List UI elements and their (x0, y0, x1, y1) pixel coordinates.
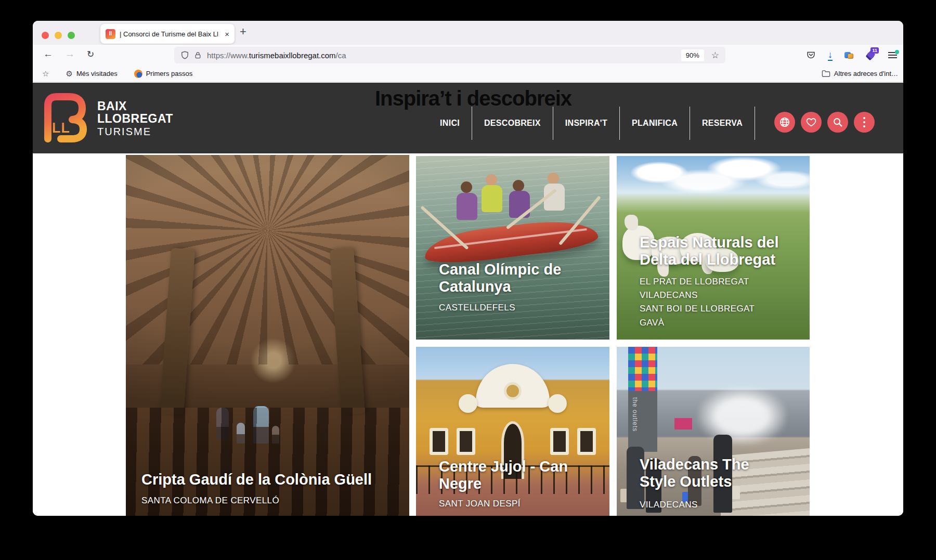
bookmark-star-icon[interactable]: ☆ (711, 50, 719, 61)
extension-purple-icon[interactable]: 11 (866, 50, 876, 60)
favorites-button[interactable] (801, 112, 822, 133)
window-close-button[interactable] (42, 32, 49, 39)
search-icon (832, 116, 843, 128)
tab-close-icon[interactable]: × (225, 30, 229, 38)
url-protocol: https://www. (207, 51, 249, 60)
card-title: Centre Jujol - Can Negre (439, 458, 609, 493)
new-tab-button[interactable]: + (240, 25, 246, 38)
card-locations: EL PRAT DE LLOBREGAT VILADECANS SANT BOI… (640, 275, 801, 330)
back-button[interactable]: ← (43, 48, 53, 60)
menu-dots-icon (863, 117, 865, 127)
card-caption: Espais Naturals del Delta del Llobregat … (640, 234, 801, 330)
window-zoom-button[interactable] (68, 32, 75, 39)
bookmarks-left-group: ☆ ⚙ Més visitades Primers passos (33, 69, 192, 79)
nav-item-inici[interactable]: INICI (428, 107, 472, 140)
card-location: SANTA COLOMA DE CERVELLÓ (141, 494, 372, 507)
card-espais-naturals[interactable]: Espais Naturals del Delta del Llobregat … (617, 156, 810, 340)
site-logo[interactable]: LL BAIX LLOBREGAT TURISME (40, 90, 173, 144)
tab-title: | Consorci de Turisme del Baix Ll (120, 30, 220, 38)
bookmarks-bar: ☆ ⚙ Més visitades Primers passos Altres … (33, 66, 903, 82)
page-content: Cripta Gaudí de la Colònia Güell SANTA C… (33, 153, 903, 516)
tab-bar: ll | Consorci de Turisme del Baix Ll × + (33, 21, 903, 45)
logo-text: BAIX LLOBREGAT TURISME (97, 97, 173, 137)
url-bar[interactable]: https://www.turismebaixllobregat.com/ca … (174, 47, 725, 63)
extension-badge: 11 (870, 47, 879, 54)
star-folder-icon[interactable]: ☆ (42, 69, 49, 79)
menu-notification-dot (895, 50, 899, 54)
nav-item-planifica[interactable]: PLANIFICA (620, 107, 690, 140)
card-title: Cripta Gaudí de la Colònia Güell (141, 471, 372, 488)
menu-icon[interactable] (888, 52, 897, 59)
logo-mark-icon: LL (40, 90, 90, 144)
outlet-tower-pattern (628, 347, 657, 391)
folder-icon (822, 70, 830, 77)
bookmark-mes-visitades[interactable]: Més visitades (76, 70, 118, 77)
main-navigation: INICI DESCOBREIX INSPIRA'T PLANIFICA RES… (428, 107, 755, 140)
forward-button[interactable]: → (65, 48, 75, 60)
logo-line-turisme: TURISME (97, 126, 173, 137)
nav-item-inspirat[interactable]: INSPIRA'T (553, 107, 620, 140)
gear-icon: ⚙ (66, 69, 72, 79)
card-image-cripta (126, 155, 409, 516)
downloads-icon[interactable]: ↓ (828, 50, 833, 61)
card-location: VILADECANS (640, 289, 801, 302)
nav-item-reserva[interactable]: RESERVA (690, 107, 755, 140)
card-title: Canal Olímpic de Catalunya (439, 261, 569, 296)
logo-line-llobregat: LLOBREGAT (97, 112, 173, 125)
url-text: https://www.turismebaixllobregat.com/ca (207, 51, 681, 60)
logo-monogram: LL (52, 120, 70, 136)
card-cripta-gaudi[interactable]: Cripta Gaudí de la Colònia Güell SANTA C… (126, 155, 409, 516)
card-title: Viladecans The Style Outlets (640, 456, 780, 491)
card-centre-jujol[interactable]: Centre Jujol - Can Negre SANT JOAN DESPÍ (416, 347, 609, 516)
card-location: VILADECANS (640, 498, 780, 512)
card-style-outlets[interactable]: the outlets Viladecans The Style Outlets… (617, 347, 810, 516)
browser-window: ll | Consorci de Turisme del Baix Ll × +… (33, 21, 903, 516)
card-caption: Centre Jujol - Can Negre SANT JOAN DESPÍ (439, 458, 609, 511)
header-action-buttons (774, 112, 875, 133)
heart-icon (805, 116, 817, 128)
language-button[interactable] (774, 112, 795, 133)
card-location: SANT JOAN DESPÍ (439, 497, 609, 511)
card-location: SANT BOI DE LLOBREGAT (640, 302, 801, 316)
card-caption: Viladecans The Style Outlets VILADECANS (640, 456, 780, 512)
bookmark-altres-adreces[interactable]: Altres adreces d'int… (834, 70, 898, 77)
more-menu-button[interactable] (854, 112, 875, 133)
navigation-toolbar: ← → ↻ https://www.turismebaixllobregat.c… (33, 45, 903, 66)
nav-item-descobreix[interactable]: DESCOBREIX (472, 107, 553, 140)
pocket-icon[interactable] (806, 50, 816, 60)
firefox-icon (134, 70, 142, 78)
lock-icon[interactable] (194, 51, 202, 60)
card-title: Espais Naturals del Delta del Llobregat (640, 234, 801, 269)
extension-icon[interactable] (844, 51, 854, 59)
search-button[interactable] (827, 112, 848, 133)
card-caption: Cripta Gaudí de la Colònia Güell SANTA C… (141, 471, 372, 507)
outlet-tower-label: the outlets (631, 397, 639, 432)
favicon-monogram: ll (109, 31, 112, 36)
toolbar-icon-cluster: ↓ 11 (806, 45, 897, 66)
card-location: CASTELLDEFELS (439, 301, 569, 315)
card-canal-olimpic[interactable]: Canal Olímpic de Catalunya CASTELLDEFELS (416, 156, 609, 340)
reload-button[interactable]: ↻ (87, 49, 94, 60)
browser-tab[interactable]: ll | Consorci de Turisme del Baix Ll × (100, 24, 235, 44)
globe-icon (779, 116, 790, 128)
desktop-background: ll | Consorci de Turisme del Baix Ll × +… (0, 0, 936, 560)
zoom-level-badge[interactable]: 90% (681, 49, 704, 61)
card-location: EL PRAT DE LLOBREGAT (640, 275, 801, 289)
url-path: /ca (336, 51, 346, 60)
logo-line-baix: BAIX (97, 100, 173, 112)
shield-icon[interactable] (180, 50, 189, 60)
bookmarks-right-group: Altres adreces d'int… (822, 70, 898, 77)
url-domain: turismebaixllobregat.com (249, 51, 336, 60)
card-caption: Canal Olímpic de Catalunya CASTELLDEFELS (439, 261, 569, 315)
site-favicon-icon: ll (106, 29, 115, 39)
card-location: GAVÀ (640, 316, 801, 330)
site-header: LL BAIX LLOBREGAT TURISME Inspira’t i de… (33, 83, 903, 153)
window-minimize-button[interactable] (55, 32, 62, 39)
bookmark-primers-passos[interactable]: Primers passos (146, 70, 193, 77)
